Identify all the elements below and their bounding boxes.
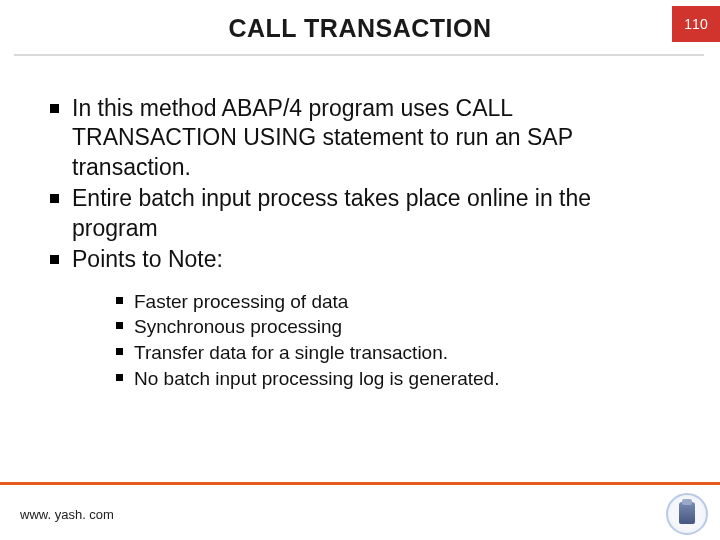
page-number-badge: 110 [672,6,720,42]
page-title: CALL TRANSACTION [0,14,720,43]
footer-bar: www. yash. com [0,488,720,540]
list-item: Entire batch input process takes place o… [44,184,676,243]
list-item: Transfer data for a single transaction. [112,340,676,366]
list-item: Points to Note: [44,245,676,274]
main-bullet-list: In this method ABAP/4 program uses CALL … [44,94,676,275]
footer-url: www. yash. com [20,507,114,522]
slide-footer: www. yash. com [0,482,720,540]
list-item: Faster processing of data [112,289,676,315]
slide-content: In this method ABAP/4 program uses CALL … [0,56,720,391]
list-item: Synchronous processing [112,314,676,340]
footer-divider [0,482,720,485]
company-logo-icon [666,493,708,535]
slide-header: CALL TRANSACTION 110 [0,0,720,54]
list-item: In this method ABAP/4 program uses CALL … [44,94,676,182]
list-item: No batch input processing log is generat… [112,366,676,392]
sub-bullet-list: Faster processing of data Synchronous pr… [112,289,676,392]
